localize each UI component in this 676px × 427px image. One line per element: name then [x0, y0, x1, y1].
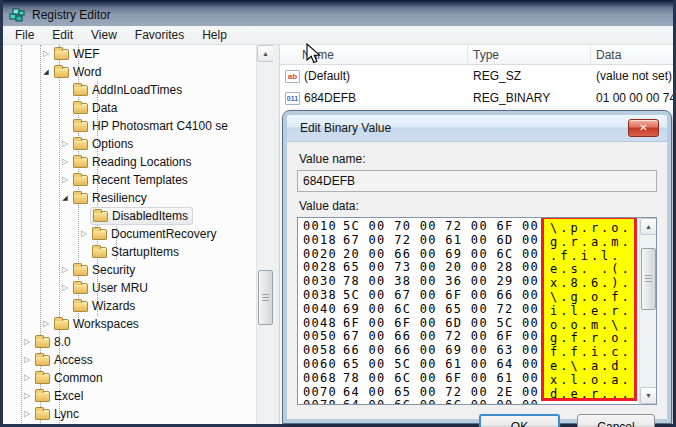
expand-arrow-icon[interactable]: [21, 337, 33, 347]
expand-arrow-icon[interactable]: [59, 157, 71, 167]
tree-item[interactable]: WEF: [3, 45, 273, 63]
folder-icon: [54, 319, 69, 330]
hex-offset: 0018: [303, 234, 343, 248]
folder-icon: [73, 157, 88, 168]
tree-item-label: AddInLoadTimes: [92, 83, 182, 97]
expand-arrow-icon[interactable]: [59, 175, 71, 185]
folder-icon: [54, 49, 69, 60]
tree-item-label: User MRU: [92, 281, 148, 295]
expand-arrow-icon[interactable]: [40, 319, 52, 329]
expand-arrow-icon[interactable]: [40, 67, 52, 77]
tree-item-label: Access: [54, 353, 93, 367]
expand-arrow-icon[interactable]: [40, 49, 52, 59]
close-icon[interactable]: ✕: [628, 119, 659, 137]
value-row[interactable]: (Default) REG_SZ (value not set): [280, 65, 673, 87]
ok-button[interactable]: OK: [479, 414, 560, 427]
dialog-title: Edit Binary Value: [300, 121, 628, 135]
tree-item[interactable]: HP Photosmart C4100 se: [3, 117, 273, 135]
expand-arrow-icon[interactable]: [21, 409, 33, 419]
expand-arrow-icon[interactable]: [59, 265, 71, 275]
value-name: (Default): [304, 69, 350, 83]
menu-item[interactable]: Edit: [43, 26, 82, 44]
hex-bytes: 5C 00 70 00 72 00 6F 00: [343, 220, 539, 233]
tree-item-label: Excel: [54, 389, 83, 403]
expand-arrow-icon[interactable]: [59, 283, 71, 293]
expand-arrow-icon[interactable]: [78, 229, 90, 239]
hex-ascii: o.o.m.\.: [550, 319, 634, 333]
menu-item[interactable]: File: [6, 26, 43, 44]
tree-item[interactable]: DisabledItems: [3, 207, 273, 225]
dialog-body: Value name: 684DEFB Value data: 00105C 0…: [287, 142, 667, 427]
tree-item-label: Options: [92, 137, 133, 151]
hex-offset: 0060: [303, 358, 343, 372]
tree-item[interactable]: User MRU: [3, 279, 273, 297]
hex-scrollbar[interactable]: ▲ ▼: [639, 218, 656, 404]
menu-item[interactable]: Help: [193, 26, 236, 44]
expand-arrow-icon[interactable]: [21, 391, 33, 401]
tree-item[interactable]: Security: [3, 261, 273, 279]
hex-offset: 0040: [303, 303, 343, 317]
hex-ascii: d.e.r...: [550, 388, 634, 401]
tree-item[interactable]: Data: [3, 99, 273, 117]
tree-item[interactable]: Options: [3, 135, 273, 153]
menubar: FileEditViewFavoritesHelp: [3, 26, 673, 45]
tree-item[interactable]: Word: [3, 63, 273, 81]
menu-item[interactable]: Favorites: [126, 26, 193, 44]
value-type: REG_BINARY: [468, 91, 591, 105]
folder-icon: [73, 193, 88, 204]
scroll-up-icon[interactable]: ▲: [640, 218, 657, 235]
tree-item-label: Workspaces: [73, 317, 139, 331]
expand-arrow-icon[interactable]: [21, 373, 33, 383]
tree-item[interactable]: Access: [3, 351, 273, 369]
folder-icon: [92, 229, 107, 240]
expand-arrow-icon[interactable]: [21, 355, 33, 365]
tree-item[interactable]: Wizards: [3, 297, 273, 315]
column-header[interactable]: Type: [468, 45, 591, 64]
tree-item[interactable]: AddInLoadTimes: [3, 81, 273, 99]
hex-offset: 0050: [303, 330, 343, 344]
pane-splitter[interactable]: [273, 45, 280, 424]
tree-item[interactable]: 8.0: [3, 333, 273, 351]
tree-item-label: Common: [54, 371, 103, 385]
folder-icon: [35, 355, 50, 366]
value-data-hex-editor[interactable]: 00105C 00 70 00 72 00 6F 00 001867 00 72…: [297, 217, 657, 405]
folder-icon: [73, 121, 88, 132]
hex-bytes: 64 00 6C 00 6C 00 00 00: [343, 398, 539, 404]
tree-scrollbar-thumb[interactable]: [258, 270, 273, 325]
expand-arrow-icon[interactable]: [59, 139, 71, 149]
tree-item[interactable]: Resiliency: [3, 189, 273, 207]
window-title: Registry Editor: [32, 8, 111, 22]
tree-item[interactable]: StartupItems: [3, 243, 273, 261]
hex-scrollbar-thumb[interactable]: [641, 248, 656, 310]
cancel-button[interactable]: Cancel: [577, 414, 655, 427]
hex-offset: 0028: [303, 261, 343, 275]
scroll-up-icon[interactable]: ▲: [257, 45, 273, 62]
menu-item[interactable]: View: [82, 26, 126, 44]
value-type: REG_SZ: [468, 69, 591, 83]
column-header[interactable]: Data: [591, 45, 673, 64]
value-name-field[interactable]: 684DEFB: [297, 170, 657, 192]
hex-bytes: 66 00 66 00 69 00 63 00: [343, 343, 539, 357]
value-row[interactable]: 684DEFB REG_BINARY 01 00 00 00 74 0: [280, 87, 673, 109]
tree-scrollbar[interactable]: ▲: [256, 45, 273, 424]
tree-item[interactable]: Workspaces: [3, 315, 273, 333]
scroll-down-icon[interactable]: ▼: [640, 387, 657, 404]
hex-ascii: x.l.o.a.: [550, 374, 634, 388]
mouse-cursor-icon: [306, 43, 322, 69]
hex-bytes: 78 00 38 00 36 00 29 00: [343, 274, 539, 288]
tree-item-label: DisabledItems: [112, 209, 188, 223]
tree-item[interactable]: Recent Templates: [3, 171, 273, 189]
tree-item[interactable]: Lync: [3, 405, 273, 423]
tree-item-label: Recent Templates: [92, 173, 188, 187]
hex-ascii: e.\.a.d.: [550, 360, 634, 374]
tree-item[interactable]: Common: [3, 369, 273, 387]
tree-item[interactable]: Reading Locations: [3, 153, 273, 171]
hex-ascii: .f.i.l.: [550, 250, 634, 264]
expand-arrow-icon[interactable]: [59, 193, 71, 203]
tree-item[interactable]: DocumentRecovery: [3, 225, 273, 243]
dialog-titlebar[interactable]: Edit Binary Value ✕: [287, 115, 667, 142]
value-data-label: Value data:: [299, 199, 657, 213]
tree-item[interactable]: Excel: [3, 387, 273, 405]
registry-editor-window: Registry Editor FileEditViewFavoritesHel…: [0, 0, 676, 427]
dialog-buttons: OK Cancel: [297, 414, 657, 427]
